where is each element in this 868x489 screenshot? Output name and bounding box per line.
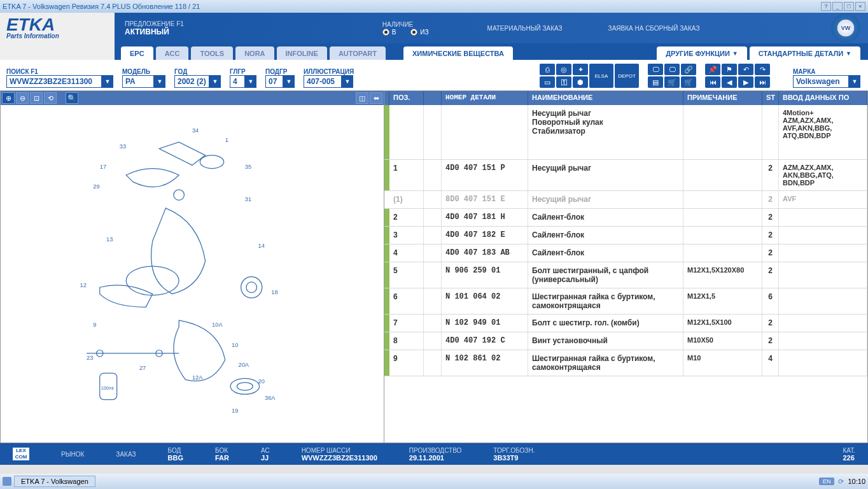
first-icon[interactable]: ⏮ [705,76,720,88]
tab-epc[interactable]: EPC [121,46,153,60]
svg-point-1 [174,189,185,200]
bok-label: БОК [215,447,229,454]
svg-point-2 [126,266,179,295]
prod-label: ПРОИЗВОДСТВО [409,447,461,454]
radio-warehouse[interactable]: В [382,29,396,36]
marka-label: МАРКА [793,68,860,75]
tab-chemicals[interactable]: ХИМИЧЕСКИЕ ВЕЩЕСТВА [403,46,513,60]
illustration-input[interactable] [304,75,342,88]
cart-icon[interactable]: 🛒 [664,76,680,88]
help-button[interactable]: ? [821,2,831,11]
table-row[interactable]: 7N 102 949 01Болт с шестигр. гол. (комби… [384,315,867,332]
table-row[interactable]: 34D0 407 182 EСайлент-блок2 [384,227,867,244]
table-row[interactable]: 9N 102 861 02Шестигранная гайка с буртик… [384,350,867,376]
col-pos[interactable]: ПОЗ. [389,91,424,105]
svg-text:35: 35 [245,163,251,169]
link-icon[interactable]: 🔗 [681,64,696,75]
year-dropdown[interactable]: ▼ [209,75,221,88]
close-button[interactable]: × [855,2,865,11]
subgroup-input[interactable] [265,75,283,88]
col-data[interactable]: ВВОД ДАННЫХ ПО [779,91,867,105]
bookmark-icon[interactable]: ⚑ [722,64,737,75]
table-row[interactable]: 44D0 407 183 ABСайлент-блок2 [384,244,867,262]
parts-diagram[interactable]: 34133 173529 311314 12189 10A1023 2712A2… [1,105,384,443]
year-input[interactable] [174,75,209,88]
zoom-reset-icon[interactable]: ⟲ [44,92,57,104]
marka-input[interactable] [793,75,849,88]
model-input[interactable] [122,75,154,88]
table-row[interactable]: 24D0 407 181 HСайлент-блок2 [384,209,867,227]
col-note[interactable]: ПРИМЕЧАНИЕ [683,91,762,105]
depot-icon[interactable]: DEPOT [615,64,639,88]
search-input[interactable] [6,75,102,88]
col-name[interactable]: НАИМЕНОВАНИЕ [528,91,683,105]
svg-text:12: 12 [80,282,87,288]
start-icon[interactable] [3,477,11,486]
monitor2-icon[interactable]: 🖵 [664,64,680,75]
svg-text:12A: 12A [192,374,203,381]
lang-indicator[interactable]: EN [819,478,835,485]
layout-b-icon[interactable]: ⬌ [370,92,382,104]
pin-icon[interactable]: 📌 [705,64,720,75]
table-row[interactable]: (1)8D0 407 151 EНесущий рычаг2AVF [384,191,867,209]
gamepad-icon[interactable]: ⬢ [573,76,588,88]
minimize-button[interactable]: _ [832,2,843,11]
tab-acc[interactable]: ACC [156,46,189,60]
tray-icon[interactable]: ⟳ [838,478,844,486]
tab-other-functions[interactable]: ДРУГИЕ ФУНКЦИИ▼ [657,46,747,60]
taskbar: ETKA 7 - Volkswagen EN ⟳ 10:10 [0,474,868,489]
col-part[interactable]: НОМЕР ДЕТАЛИ [442,91,528,105]
cat-label: КАТ. [843,447,856,454]
ac-value: JJ [261,454,270,462]
col-st[interactable]: ST [762,91,779,105]
illustration-dropdown[interactable]: ▼ [342,75,353,88]
cart2-icon[interactable]: 🛒 [681,76,696,88]
table-row[interactable]: 5N 906 259 01Болт шестигранный, с цапфой… [384,262,867,288]
layout-a-icon[interactable]: ◫ [356,92,368,104]
print-icon[interactable]: ⎙ [540,64,555,75]
forward-icon[interactable]: ↷ [755,64,770,75]
svg-text:36A: 36A [265,394,276,400]
prev-icon[interactable]: ◀ [722,76,737,88]
svg-text:23: 23 [87,355,93,361]
back-icon[interactable]: ↶ [738,64,753,75]
table-header-row[interactable]: Несущий рычаг Поворотный кулак Стабилиза… [384,105,867,160]
tab-standard-parts[interactable]: СТАНДАРТНЫЕ ДЕТАЛИ▼ [750,46,860,60]
tab-tools[interactable]: TOOLS [191,46,233,60]
zoom-out-icon[interactable]: ⊖ [16,92,29,104]
logo-sub: Parts Information [6,32,108,39]
subgroup-dropdown[interactable]: ▼ [283,75,295,88]
tab-infoline[interactable]: INFOLINE [277,46,327,60]
doc-icon[interactable]: ▤ [648,76,663,88]
zoom-in-icon[interactable]: ⊕ [2,92,15,104]
next-icon[interactable]: ▶ [738,76,753,88]
key-icon[interactable]: ⚿ [556,76,571,88]
model-dropdown[interactable]: ▼ [154,75,165,88]
table-row[interactable]: 6N 101 064 02Шестигранная гайка с буртик… [384,288,867,315]
taskbar-item[interactable]: ETKA 7 - Volkswagen [14,476,95,487]
svg-text:27: 27 [139,364,146,371]
main-group-dropdown[interactable]: ▼ [245,75,256,88]
tab-nora[interactable]: NORA [235,46,274,60]
svg-point-5 [230,378,260,394]
radio-from-warehouse[interactable]: ИЗ [410,29,428,36]
tab-autopart[interactable]: AUTOPART [330,46,386,60]
tool-icon[interactable]: ✦ [573,64,588,75]
marka-dropdown[interactable]: ▼ [849,75,860,88]
zoom-area-icon[interactable]: ⊡ [30,92,43,104]
svg-text:14: 14 [258,243,265,249]
grid-body[interactable]: Несущий рычаг Поворотный кулак Стабилиза… [384,105,867,443]
search-dropdown[interactable]: ▼ [102,75,113,88]
monitor-icon[interactable]: 🖵 [648,64,663,75]
card-icon[interactable]: ▭ [540,76,555,88]
wheel-icon[interactable]: ◎ [556,64,571,75]
maximize-button[interactable]: □ [844,2,854,11]
main-group-input[interactable] [230,75,245,88]
svg-point-4 [246,281,257,292]
find-icon[interactable]: 🔍 [66,92,78,104]
elsa-icon[interactable]: ELSA [589,64,613,88]
material-order-label: МАТЕРИАЛЬНЫЙ ЗАКАЗ [487,25,563,32]
table-row[interactable]: 14D0 407 151 PНесущий рычаг2AZM,AZX,AMX,… [384,160,867,191]
table-row[interactable]: 84D0 407 192 CВинт установочныйM10X502 [384,332,867,350]
last-icon[interactable]: ⏭ [755,76,770,88]
